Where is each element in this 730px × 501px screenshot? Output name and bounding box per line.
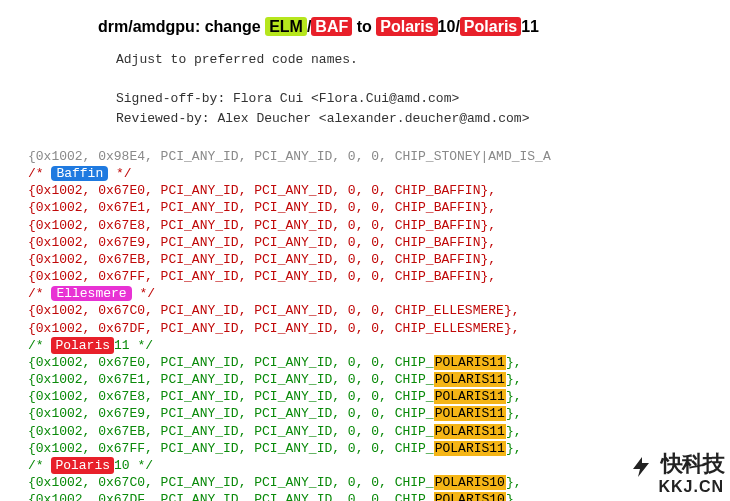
diff-line: {0x1002, 0x67FF, PCI_ANY_ID, PCI_ANY_ID,…: [28, 440, 700, 457]
title-elm-pill: ELM: [265, 17, 307, 36]
lightning-icon: [629, 455, 653, 479]
codename-pill: Polaris: [51, 457, 114, 474]
title-prefix: drm/amdgpu: change: [98, 18, 265, 35]
diff-line: /* Polaris10 */: [28, 457, 700, 474]
diff-line: {0x1002, 0x67DF, PCI_ANY_ID, PCI_ANY_ID,…: [28, 491, 700, 501]
chip-name-highlight: POLARIS10: [434, 492, 506, 501]
diff-line: {0x1002, 0x67E9, PCI_ANY_ID, PCI_ANY_ID,…: [28, 405, 700, 422]
watermark-url: KKJ.CN: [658, 478, 724, 495]
title-polaris11-pill: Polaris: [460, 17, 521, 36]
chip-name-highlight: POLARIS11: [434, 424, 506, 439]
diff-line: {0x1002, 0x67E0, PCI_ANY_ID, PCI_ANY_ID,…: [28, 182, 700, 199]
diff-line: {0x1002, 0x67C0, PCI_ANY_ID, PCI_ANY_ID,…: [28, 474, 700, 491]
diff-line: {0x1002, 0x67DF, PCI_ANY_ID, PCI_ANY_ID,…: [28, 320, 700, 337]
title-polaris10-pill: Polaris: [376, 17, 437, 36]
diff-line: /* Polaris11 */: [28, 337, 700, 354]
reviewed-by: Reviewed-by: Alex Deucher <alexander.deu…: [116, 109, 700, 129]
diff-line: {0x1002, 0x67E9, PCI_ANY_ID, PCI_ANY_ID,…: [28, 234, 700, 251]
codename-pill: Baffin: [51, 166, 108, 181]
chip-name-highlight: POLARIS10: [434, 475, 506, 490]
diff-line: {0x1002, 0x67C0, PCI_ANY_ID, PCI_ANY_ID,…: [28, 302, 700, 319]
watermark-caption: 快科技: [661, 451, 724, 476]
commit-title: drm/amdgpu: change ELM/BAF to Polaris10/…: [98, 18, 700, 36]
title-baf-pill: BAF: [311, 17, 352, 36]
diff-line: {0x1002, 0x67E1, PCI_ANY_ID, PCI_ANY_ID,…: [28, 199, 700, 216]
diff-line: /* Baffin */: [28, 165, 700, 182]
title-polaris11-num: 11: [521, 18, 539, 35]
codename-pill: Ellesmere: [51, 286, 131, 301]
diff-line: {0x1002, 0x67E1, PCI_ANY_ID, PCI_ANY_ID,…: [28, 371, 700, 388]
diff-code-block: {0x1002, 0x98E4, PCI_ANY_ID, PCI_ANY_ID,…: [28, 148, 700, 501]
diff-line: {0x1002, 0x67FF, PCI_ANY_ID, PCI_ANY_ID,…: [28, 268, 700, 285]
chip-name-highlight: POLARIS11: [434, 389, 506, 404]
diff-line: {0x1002, 0x67EB, PCI_ANY_ID, PCI_ANY_ID,…: [28, 251, 700, 268]
diff-line: {0x1002, 0x67E8, PCI_ANY_ID, PCI_ANY_ID,…: [28, 217, 700, 234]
diff-line: {0x1002, 0x67E8, PCI_ANY_ID, PCI_ANY_ID,…: [28, 388, 700, 405]
commit-meta: Adjust to preferred code names. Signed-o…: [116, 50, 700, 128]
commit-description: Adjust to preferred code names.: [116, 50, 700, 70]
watermark: 快科技 KKJ.CN: [629, 453, 724, 495]
diff-line: {0x1002, 0x67E0, PCI_ANY_ID, PCI_ANY_ID,…: [28, 354, 700, 371]
chip-name-highlight: POLARIS11: [434, 441, 506, 456]
codename-pill: Polaris: [51, 337, 114, 354]
title-polaris10-num: 10/: [438, 18, 460, 35]
diff-line: {0x1002, 0x67EB, PCI_ANY_ID, PCI_ANY_ID,…: [28, 423, 700, 440]
title-mid: to: [352, 18, 376, 35]
chip-name-highlight: POLARIS11: [434, 372, 506, 387]
diff-line: {0x1002, 0x98E4, PCI_ANY_ID, PCI_ANY_ID,…: [28, 148, 700, 165]
diff-line: /* Ellesmere */: [28, 285, 700, 302]
chip-name-highlight: POLARIS11: [434, 355, 506, 370]
signed-off-by: Signed-off-by: Flora Cui <Flora.Cui@amd.…: [116, 89, 700, 109]
chip-name-highlight: POLARIS11: [434, 406, 506, 421]
